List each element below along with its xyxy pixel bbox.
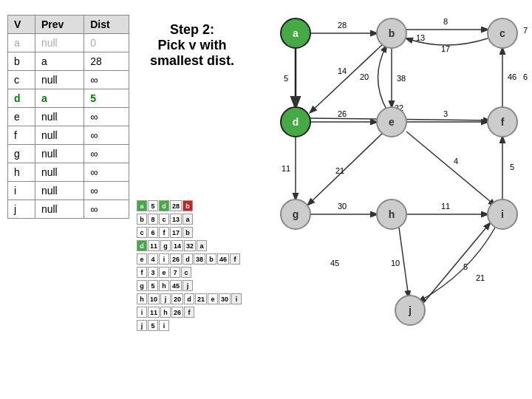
- prev-h: null: [35, 163, 83, 182]
- dist-h: ∞: [84, 163, 129, 182]
- edge-label-fc: 46: [508, 72, 516, 81]
- bar-d-val2: 11: [148, 240, 160, 251]
- bar-j-label: j: [160, 293, 171, 304]
- bar-j-label2: j: [137, 320, 147, 331]
- graph-svg: 28 8 17 5 26 3 46 14 38 20 32 21: [255, 0, 532, 399]
- edge-label-ij: 21: [476, 273, 485, 282]
- prev-a: null: [35, 34, 83, 52]
- v-h: h: [8, 163, 35, 182]
- bar-row-d: d 11 g 14 32 a: [137, 239, 262, 252]
- bar-f-label: f: [159, 227, 169, 238]
- edge-label-dg: 11: [282, 164, 290, 173]
- table-row: d a 5: [8, 89, 129, 108]
- v-g: g: [8, 145, 35, 163]
- node-g-label: g: [293, 208, 299, 220]
- dist-f: ∞: [84, 126, 129, 145]
- bar-h-label2: h: [137, 293, 147, 304]
- bar-row-e: e 4 i 26 d 38 b 46 f: [137, 253, 262, 265]
- bar-c-label: c: [159, 214, 169, 225]
- bar-h-val: 10: [148, 293, 160, 304]
- node-i-label: i: [501, 208, 504, 220]
- prev-j: null: [35, 200, 83, 219]
- svg-line-15: [423, 223, 490, 303]
- bar-i-label: i: [159, 253, 169, 265]
- bar-b-ref3: b: [206, 253, 216, 265]
- bar-26: 26: [171, 307, 183, 318]
- step-line2: Pick v with: [137, 38, 248, 53]
- v-b: b: [8, 52, 35, 71]
- bar-c-label2: c: [137, 227, 147, 238]
- edge-label-45: 45: [330, 259, 339, 267]
- node-h-label: h: [389, 208, 395, 220]
- v-j: j: [8, 200, 35, 219]
- v-a: a: [8, 34, 35, 52]
- bar-d-val: 28: [170, 200, 182, 211]
- table-row: j null ∞: [8, 200, 129, 219]
- col-dist: Dist: [84, 16, 129, 34]
- edge-label-eg: 21: [335, 166, 344, 175]
- bar-c-ref: c: [181, 267, 191, 278]
- edge-label-eb: 20: [360, 72, 369, 81]
- svg-line-6: [310, 43, 384, 112]
- bar-b-label: b: [183, 200, 193, 211]
- bar-d-ref2: d: [184, 293, 194, 304]
- priority-queue-bars: a 5 d 28 b b 8 c 13 a c 6 f 17 b d 11 g …: [137, 200, 262, 399]
- edge-label-ab: 28: [338, 21, 347, 30]
- dist-j: ∞: [84, 200, 129, 219]
- table-row: c null ∞: [8, 71, 129, 89]
- table-row: i null ∞: [8, 182, 129, 200]
- bar-f-val2: 3: [148, 267, 158, 278]
- bar-g-val2: 5: [148, 280, 158, 291]
- bar-b-val: 8: [148, 214, 158, 225]
- prev-i: null: [35, 182, 83, 200]
- bar-row-g: g 5 h 45 j: [137, 279, 262, 292]
- bar-c-val: 13: [170, 214, 182, 225]
- bar-row-a: a 5 d 28 b: [137, 200, 262, 212]
- bar-d-ref: d: [183, 253, 193, 265]
- prev-g: null: [35, 145, 83, 163]
- edge-label-bd: 14: [338, 66, 347, 75]
- node-f-label: f: [501, 116, 505, 128]
- bar-g-label: g: [160, 240, 171, 251]
- prev-c: null: [35, 71, 83, 89]
- dist-g: ∞: [84, 145, 129, 163]
- node-a-label: a: [293, 27, 299, 39]
- node-e-label: e: [389, 116, 395, 128]
- bar-h-label: h: [159, 280, 169, 291]
- table-row: a null 0: [8, 34, 129, 52]
- bar-f-val: 17: [170, 227, 182, 238]
- bar-j-val: 5: [148, 320, 158, 331]
- col-v: V: [8, 16, 35, 34]
- bar-a-ref2: a: [197, 240, 207, 251]
- v-e: e: [8, 108, 35, 126]
- edge-label-ei: 4: [454, 157, 458, 166]
- bar-d-label: d: [159, 200, 169, 211]
- edge-label-if: 5: [510, 163, 514, 171]
- edge-label-hj: 10: [391, 259, 400, 267]
- prev-f: null: [35, 126, 83, 145]
- edge-label-cb: 17: [441, 44, 450, 53]
- dist-b: 28: [84, 52, 129, 71]
- edge-label-hi: 11: [441, 202, 450, 211]
- svg-line-14: [399, 228, 409, 297]
- table-row: b a 28: [8, 52, 129, 71]
- bar-45: 45: [170, 280, 182, 291]
- table-row: e null ∞: [8, 108, 129, 126]
- step-description: Step 2: Pick v with smallest dist.: [137, 22, 248, 69]
- edge-label-ef: 3: [443, 109, 448, 118]
- edge-label-bc: 8: [443, 17, 448, 26]
- bar-f-ref2: f: [184, 307, 194, 318]
- v-c: c: [8, 71, 35, 89]
- edge-label-de: 26: [338, 109, 347, 118]
- dist-e: ∞: [84, 108, 129, 126]
- dist-d: 5: [84, 89, 129, 108]
- bar-b-label2: b: [137, 214, 147, 225]
- bar-row-h: h 10 j 20 d 21 e 30 i: [137, 293, 262, 305]
- bar-38: 38: [194, 253, 205, 265]
- col-prev: Prev: [35, 16, 83, 34]
- node-b-label: b: [389, 27, 395, 39]
- bar-a-ref: a: [183, 214, 193, 225]
- bar-d-label2: d: [137, 240, 147, 251]
- bar-a-val: 5: [148, 200, 158, 211]
- bar-a-label: a: [137, 200, 147, 211]
